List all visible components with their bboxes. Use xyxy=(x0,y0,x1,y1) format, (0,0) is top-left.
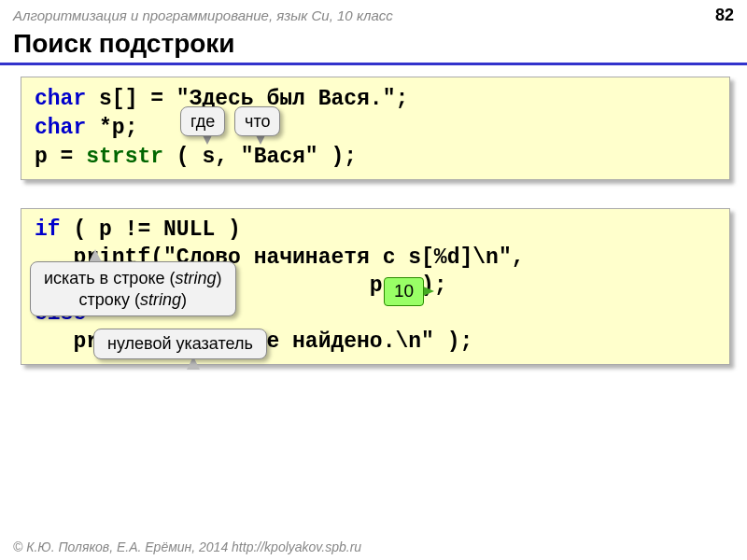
callout-search-in-string: искать в строке (string) строку (string) xyxy=(30,261,236,316)
code-line: p = strstr ( s, "Вася" ); xyxy=(35,143,716,172)
callout-what: что xyxy=(234,106,280,136)
header-title: Алгоритмизация и программирование, язык … xyxy=(13,7,393,23)
slide-header: Алгоритмизация и программирование, язык … xyxy=(0,0,747,27)
code-line: if ( p != NULL ) xyxy=(35,217,716,245)
page-number: 82 xyxy=(715,6,734,25)
callout-where: где xyxy=(180,106,225,136)
slide-footer: © К.Ю. Поляков, Е.А. Ерёмин, 2014 http:/… xyxy=(13,539,361,554)
code-block-1: char s[] = "Здесь был Вася."; char *p; p… xyxy=(21,77,730,180)
code-line: char s[] = "Здесь был Вася."; xyxy=(35,85,716,114)
callout-result-value: 10 xyxy=(384,277,424,306)
code-line: char *p; xyxy=(35,114,716,143)
slide-title: Поиск подстроки xyxy=(0,27,747,65)
callout-null-pointer: нулевой указатель xyxy=(93,329,267,359)
arrow-icon xyxy=(89,249,102,262)
